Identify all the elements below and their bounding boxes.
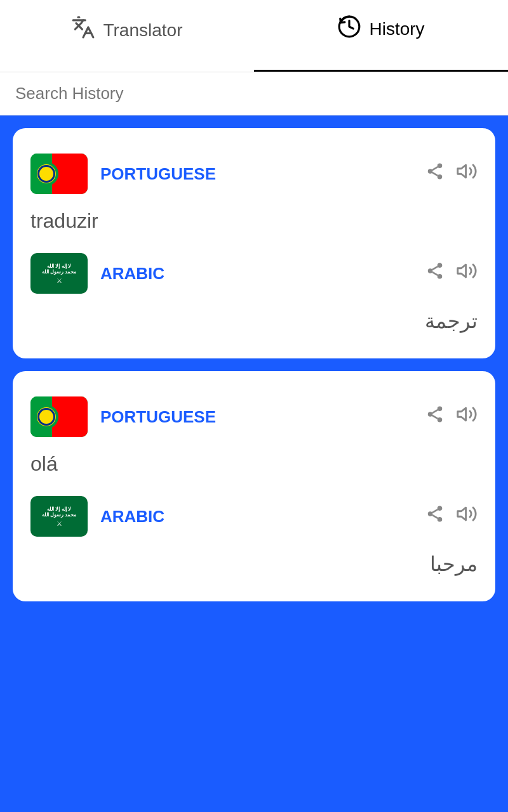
svg-marker-6 xyxy=(458,165,466,178)
share-button-ar-2[interactable] xyxy=(425,504,444,528)
svg-point-15 xyxy=(438,417,443,422)
history-card-1: PORTUGUESE xyxy=(13,128,495,358)
tab-history[interactable]: History xyxy=(254,0,508,72)
target-actions-2 xyxy=(425,503,478,530)
source-row-2: PORTUGUESE xyxy=(30,386,478,447)
svg-marker-18 xyxy=(458,408,466,421)
portuguese-flag-2 xyxy=(30,396,88,437)
share-button-ar-1[interactable] xyxy=(425,261,444,285)
svg-point-9 xyxy=(438,274,443,279)
target-lang-label-1: ARABIC xyxy=(100,264,413,284)
svg-marker-24 xyxy=(458,508,466,520)
svg-line-11 xyxy=(432,266,438,270)
translator-icon xyxy=(71,15,95,45)
speaker-button-pt-1[interactable] xyxy=(456,160,478,187)
source-row-1: PORTUGUESE xyxy=(30,143,478,204)
svg-point-7 xyxy=(438,263,443,268)
share-button-pt-1[interactable] xyxy=(425,162,444,186)
svg-line-4 xyxy=(432,173,438,176)
source-actions-1 xyxy=(425,160,478,187)
svg-line-16 xyxy=(432,416,438,419)
target-row-1: لا إله إلا اللهمحمد رسول الله ⚔ ARABIC xyxy=(30,243,478,304)
share-button-pt-2[interactable] xyxy=(425,405,444,429)
svg-line-5 xyxy=(432,167,438,170)
search-bar xyxy=(0,72,508,115)
svg-line-17 xyxy=(432,410,438,413)
svg-line-23 xyxy=(432,509,438,513)
source-text-2: olá xyxy=(30,447,478,486)
target-actions-1 xyxy=(425,260,478,287)
target-row-2: لا إله إلا اللهمحمد رسول الله ⚔ ARABIC xyxy=(30,486,478,547)
portuguese-flag-1 xyxy=(30,154,88,194)
speaker-button-ar-2[interactable] xyxy=(456,503,478,530)
svg-point-3 xyxy=(438,174,443,180)
source-lang-label-1: PORTUGUESE xyxy=(100,164,413,184)
tab-translator[interactable]: Translator xyxy=(0,0,254,72)
tab-bar: Translator History xyxy=(0,0,508,72)
svg-point-8 xyxy=(428,268,433,273)
svg-marker-12 xyxy=(458,265,466,277)
arabic-flag-2: لا إله إلا اللهمحمد رسول الله ⚔ xyxy=(30,496,88,537)
svg-point-14 xyxy=(428,412,433,417)
history-card-2: PORTUGUESE xyxy=(13,371,495,601)
source-text-1: traduzir xyxy=(30,204,478,243)
svg-point-19 xyxy=(438,506,443,511)
history-icon xyxy=(337,15,361,44)
speaker-button-pt-2[interactable] xyxy=(456,403,478,430)
source-actions-2 xyxy=(425,403,478,430)
svg-point-13 xyxy=(438,407,443,412)
source-lang-label-2: PORTUGUESE xyxy=(100,407,413,427)
search-input[interactable] xyxy=(15,84,493,103)
target-lang-label-2: ARABIC xyxy=(100,507,413,527)
arabic-flag-1: لا إله إلا اللهمحمد رسول الله ⚔ xyxy=(30,253,88,294)
svg-point-21 xyxy=(438,517,443,522)
svg-point-20 xyxy=(428,511,433,516)
tab-history-label: History xyxy=(369,19,424,39)
target-text-1: ترجمة xyxy=(30,304,478,343)
speaker-button-ar-1[interactable] xyxy=(456,260,478,287)
svg-point-2 xyxy=(428,169,433,174)
history-content: PORTUGUESE xyxy=(0,115,508,812)
svg-line-10 xyxy=(432,272,438,275)
tab-translator-label: Translator xyxy=(103,20,182,41)
target-text-2: مرحبا xyxy=(30,547,478,586)
svg-point-1 xyxy=(438,164,443,169)
svg-line-22 xyxy=(432,515,438,518)
